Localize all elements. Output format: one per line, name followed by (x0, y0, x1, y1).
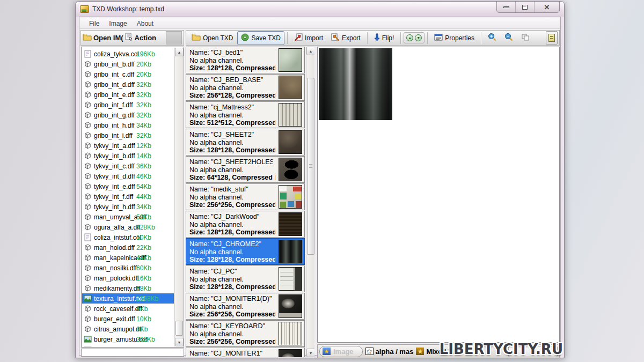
texture-list-item[interactable]: Name: "CJ_bed1" No alpha channel. Size: … (186, 47, 305, 73)
file-name: tykvy_int_e.dff (94, 183, 135, 190)
file-list-item[interactable]: tykvy_int_c.dff 36Kb (82, 161, 174, 171)
menu-file[interactable]: File (84, 19, 104, 28)
tab-alpha-view[interactable]: ★ alpha / mas (365, 348, 414, 356)
maximize-icon (522, 5, 528, 10)
file-list-item[interactable]: gribo_int_f.dff 32Kb (82, 100, 174, 110)
minimize-button[interactable] (497, 2, 516, 12)
texture-size-line: Size: 512*512, Compressed (189, 119, 275, 127)
export-icon (331, 33, 340, 43)
texture-list-item[interactable]: Name: "CJ_DarkWood" No alpha channel. Si… (186, 211, 305, 238)
import-button[interactable]: Import (290, 31, 327, 45)
file-list-item[interactable]: medikamenty.dff 58Kb (82, 283, 174, 293)
file-size: 32Kb (136, 101, 151, 109)
dff-file-icon (84, 243, 92, 252)
file-list-item[interactable]: tykvy_int_a.dff 12Kb (82, 141, 174, 151)
file-list-item[interactable]: man_holod.dff 22Kb (82, 242, 174, 253)
dff-file-icon (84, 213, 92, 221)
texture-list-panel: Name: "CJ_bed1" No alpha channel. Size: … (186, 47, 314, 357)
file-list-item[interactable]: gribo_int_g.dff 32Kb (82, 110, 174, 120)
scrollbar-thumb[interactable] (175, 321, 183, 336)
texture-list-item[interactable]: Name: "medik_stuf" No alpha channel. Siz… (186, 183, 305, 210)
texture-thumbnail (279, 130, 302, 154)
zoom-in-button[interactable] (484, 31, 500, 45)
file-list-item[interactable]: man_umyval_a.dff 52Kb (82, 212, 174, 222)
notes-button[interactable] (546, 31, 558, 45)
texture-list-item[interactable]: Name: "CJ_MONITER1(D)" No alpha channel.… (186, 293, 305, 320)
texture-thumbnail (279, 48, 302, 72)
file-list-item[interactable]: gribo_int_c.dff 20Kb (82, 69, 174, 79)
maximize-button[interactable] (516, 2, 535, 12)
file-list-item[interactable] (82, 344, 174, 346)
file-list-item[interactable]: tykvy_int_e.dff 54Kb (82, 181, 174, 191)
file-list-item[interactable]: rock_caveseif.dff 4Kb (82, 304, 174, 314)
save-txd-button[interactable]: Save TXD (237, 31, 284, 45)
file-list-item[interactable]: ogura_alfa_a.dff 428Kb (82, 222, 174, 232)
title-bar[interactable]: TXD Workshop: temp.txd (76, 2, 564, 17)
file-size: 10Kb (136, 315, 151, 323)
texture-list-rows: Name: "CJ_bed1" No alpha channel. Size: … (186, 47, 305, 357)
file-list-item[interactable]: citrus_amupol.dff 8Kb (82, 324, 174, 334)
file-size: 14Kb (136, 152, 151, 160)
file-list-item[interactable]: gribo_int_h.dff 34Kb (82, 120, 174, 130)
file-name: gribo_int_g.dff (94, 112, 135, 119)
save-txd-label: Save TXD (251, 34, 280, 42)
toolbar-main: Open TXD Save TXD Import (186, 30, 560, 46)
texture-list-item[interactable]: Name: "CJ_KEYBOARD" No alpha channel. Si… (186, 320, 305, 347)
app-window: TXD Workshop: temp.txd ✕ File Image Abou… (75, 1, 565, 358)
file-size: 428Kb (136, 224, 155, 231)
file-list-item[interactable]: coliza_intstuf.col 10Kb (82, 232, 174, 242)
zoom-out-button[interactable] (501, 31, 517, 45)
texture-list-item[interactable]: Name: "CJ_CHROME2" No alpha channel. Siz… (186, 238, 305, 265)
texture-alpha-line: No alpha channel. (189, 303, 273, 311)
file-list-item[interactable]: tykvy_int_h.dff 34Kb (82, 202, 174, 212)
file-list-item[interactable]: man_nosilki.dff 60Kb (82, 263, 174, 273)
file-list-item[interactable]: man_polocki.dff 16Kb (82, 273, 174, 283)
texture-list-item[interactable]: Name: "cj_Mattress2" No alpha channel. S… (186, 101, 305, 128)
move-down-button[interactable]: ▼ (415, 34, 422, 41)
close-button[interactable]: ✕ (535, 2, 559, 12)
scroll-up-button[interactable]: ▲ (306, 47, 314, 55)
file-list-scrollbar[interactable]: ▲ ▼ (174, 48, 183, 346)
dff-file-icon (84, 305, 92, 313)
file-size: 16Kb (136, 275, 151, 282)
scroll-down-button[interactable]: ▼ (306, 349, 314, 357)
file-list-item[interactable]: gribo_int_d.dff 32Kb (82, 79, 174, 90)
menu-image[interactable]: Image (104, 19, 131, 28)
menu-about[interactable]: About (132, 19, 158, 28)
flip-button[interactable]: Flip! (370, 31, 398, 45)
texture-list-item[interactable]: Name: "CJ_BED_BASE" No alpha channel. Si… (186, 74, 305, 101)
file-list-item[interactable]: coliza_tykva.col 196Kb (82, 49, 174, 59)
texture-preview-image[interactable] (319, 48, 392, 120)
file-list-item[interactable]: burger_amustu.txd 362Kb (82, 334, 174, 344)
tab-image-view[interactable]: ★ Image (319, 346, 363, 357)
scroll-up-button[interactable]: ▲ (175, 48, 184, 56)
file-list-item[interactable]: gribo_int_e.dff 32Kb (82, 90, 174, 100)
file-list-item[interactable]: tykvy_int_d.dff 46Kb (82, 171, 174, 181)
dff-file-icon (84, 101, 92, 109)
texture-list-item[interactable]: Name: "CJ_PC" No alpha channel. Size: 12… (186, 265, 305, 292)
texture-size-line: Size: 256*256, Compressed (189, 201, 275, 209)
scrollbar-thumb[interactable] (307, 78, 314, 255)
file-list-item[interactable]: gribo_int_i.dff 32Kb (82, 130, 174, 141)
copy-button[interactable] (517, 31, 533, 45)
properties-button[interactable]: Properties (430, 32, 478, 45)
texture-list-item[interactable]: Name: "CJ_SHEET2" No alpha channel. Size… (186, 129, 305, 156)
file-name: medikamenty.dff (94, 285, 141, 292)
texture-list-scrollbar[interactable]: ▲ ▼ (306, 47, 314, 357)
texture-list-item[interactable]: Name: "CJ_MONITER1" No alpha channel. (186, 348, 305, 357)
move-up-button[interactable]: ▲ (406, 34, 413, 41)
file-list-item[interactable]: man_kapelnica.dff 44Kb (82, 253, 174, 263)
texture-list-item[interactable]: Name: "CJ_SHEET2HOLES" No alpha channel.… (186, 156, 305, 183)
file-list-item[interactable]: tykvy_int_b.dff 14Kb (82, 151, 174, 161)
open-txd-button[interactable]: Open TXD (188, 31, 237, 45)
file-list-item[interactable]: tykvy_int_f.dff 44Kb (82, 191, 174, 202)
toolbar-separator (427, 32, 428, 44)
scroll-down-button[interactable]: ▼ (175, 338, 184, 346)
export-button[interactable]: Export (327, 31, 364, 45)
action-button[interactable]: Action (135, 34, 156, 42)
open-txd-label: Open TXD (203, 34, 233, 42)
file-list-item[interactable]: textura_intstuf.txd 1368Kb (82, 293, 174, 304)
file-list-item[interactable]: burger_exit.dff 10Kb (82, 314, 174, 324)
file-list-item[interactable]: gribo_int_b.dff 20Kb (82, 59, 174, 69)
open-img-button[interactable]: Open IM( (93, 34, 123, 42)
